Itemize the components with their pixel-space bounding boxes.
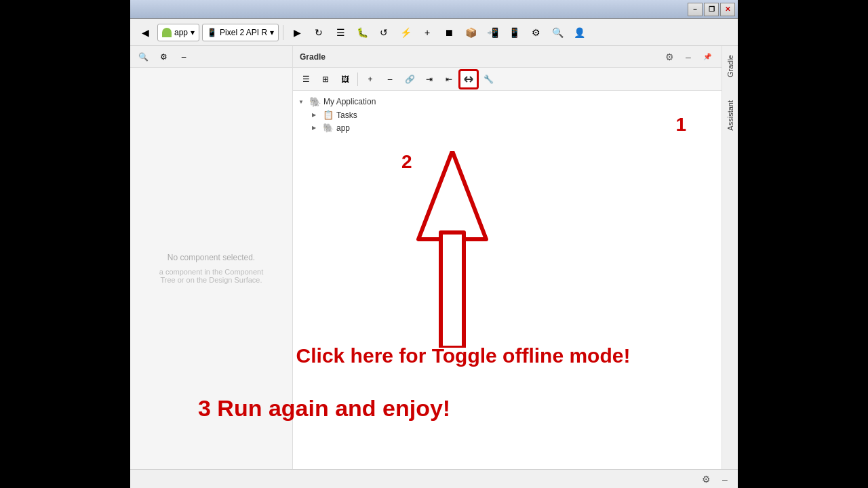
right-sidebar: Gradle Assistant xyxy=(722,46,738,469)
back-button[interactable]: ◀ xyxy=(136,23,155,42)
root-arrow-icon: ▼ xyxy=(298,99,307,105)
tasks-icon: 📋 xyxy=(323,110,334,120)
debug-button[interactable]: 🐛 xyxy=(353,23,372,42)
title-bar: – ❐ ✕ xyxy=(130,0,738,19)
gradle-add-button[interactable]: + xyxy=(361,70,379,88)
app-arrow-icon: ▶ xyxy=(312,125,320,131)
component-help-text: a component in the Component Tree or on … xyxy=(159,268,264,284)
left-panel-content: No component selected. a component in th… xyxy=(130,68,292,469)
sync-button[interactable]: ↻ xyxy=(309,23,328,42)
device-dropdown-label: Pixel 2 API R xyxy=(220,28,267,37)
gradle-pin-button[interactable]: 📌 xyxy=(700,49,715,64)
toggle-offline-icon xyxy=(463,74,474,85)
profile-button[interactable]: ⚡ xyxy=(396,23,415,42)
gradle-panel: Gradle ⚙ – 📌 ☰ ⊞ 🖼 + – 🔗 ⇥ ⇤ xyxy=(293,46,722,469)
sdk-manager-button[interactable]: 📦 xyxy=(461,23,480,42)
bottom-minimize-button[interactable]: – xyxy=(717,472,732,487)
gradle-tree: ▼ 🐘 My Application ▶ 📋 Tasks ▶ 🐘 app xyxy=(293,91,722,469)
ide-window: – ❐ ✕ ◀ app ▾ 📱 Pixel 2 API R ▾ ▶ ↻ ☰ 🐛 … xyxy=(130,0,738,488)
gradle-app-label: app xyxy=(336,123,350,133)
left-panel-toolbar: 🔍 ⚙ – xyxy=(130,46,292,68)
account-button[interactable]: 👤 xyxy=(570,23,589,42)
gradle-expand-button[interactable]: ⇥ xyxy=(420,70,438,88)
left-panel: 🔍 ⚙ – No component selected. a component… xyxy=(130,46,293,469)
tasks-arrow-icon: ▶ xyxy=(312,112,320,118)
gradle-list-view-button[interactable]: ☰ xyxy=(297,70,315,88)
android-icon xyxy=(162,28,172,37)
minimize-button[interactable]: – xyxy=(688,3,703,16)
main-content: 🔍 ⚙ – No component selected. a component… xyxy=(130,46,738,469)
gradle-toggle-offline-button[interactable] xyxy=(460,70,477,88)
gradle-header: Gradle ⚙ – 📌 xyxy=(293,46,722,68)
avd-manager-button[interactable]: 📲 xyxy=(483,23,502,42)
device-arrow-icon: ▾ xyxy=(270,28,274,37)
no-component-text: No component selected. xyxy=(167,253,255,262)
restore-button[interactable]: ❐ xyxy=(704,3,719,16)
gradle-collapse-button[interactable]: ⇤ xyxy=(440,70,458,88)
gradle-remove-button[interactable]: – xyxy=(381,70,399,88)
sidebar-tab-assistant[interactable]: Assistant xyxy=(723,94,738,137)
close-button[interactable]: ✕ xyxy=(720,3,735,16)
gradle-minimize-button[interactable]: – xyxy=(681,49,696,64)
dropdown-arrow-icon: ▾ xyxy=(191,28,195,37)
device-dropdown[interactable]: 📱 Pixel 2 API R ▾ xyxy=(202,24,279,41)
gradle-toolbar: ☰ ⊞ 🖼 + – 🔗 ⇥ ⇤ xyxy=(293,68,722,91)
gradle-detail-view-button[interactable]: ⊞ xyxy=(317,70,334,88)
title-bar-buttons: – ❐ ✕ xyxy=(688,3,735,16)
gradle-tasks-label: Tasks xyxy=(336,110,357,120)
refresh-button[interactable]: ↺ xyxy=(374,23,393,42)
toolbar-separator-1 xyxy=(283,25,283,40)
bottom-settings-button[interactable]: ⚙ xyxy=(698,472,713,487)
gradle-tree-app[interactable]: ▶ 🐘 app xyxy=(312,121,716,134)
gradle-title: Gradle xyxy=(300,52,658,62)
gradle-elephant-icon: 🐘 xyxy=(309,96,321,107)
gradle-settings-button[interactable]: ⚙ xyxy=(662,49,677,64)
main-toolbar: ◀ app ▾ 📱 Pixel 2 API R ▾ ▶ ↻ ☰ 🐛 ↺ ⚡ + … xyxy=(130,19,738,46)
gradle-root-label: My Application xyxy=(323,97,376,106)
list-button[interactable]: ☰ xyxy=(331,23,350,42)
settings-button-toolbar[interactable]: ⚙ xyxy=(526,23,545,42)
stop-button[interactable]: ⏹ xyxy=(439,23,458,42)
app-icon: 🐘 xyxy=(323,123,334,133)
gradle-tree-tasks[interactable]: ▶ 📋 Tasks xyxy=(312,108,716,121)
sidebar-tab-gradle[interactable]: Gradle xyxy=(723,49,738,83)
search-button-toolbar[interactable]: 🔍 xyxy=(548,23,567,42)
device-icon: 📱 xyxy=(207,28,217,37)
gradle-tree-root[interactable]: ▼ 🐘 My Application xyxy=(298,95,716,108)
left-settings-button[interactable]: ⚙ xyxy=(155,48,172,66)
gradle-link-button[interactable]: 🔗 xyxy=(401,70,418,88)
add-sdk-button[interactable]: + xyxy=(418,23,437,42)
left-minimize-button[interactable]: – xyxy=(175,48,193,66)
run-button[interactable]: ▶ xyxy=(288,23,307,42)
app-dropdown[interactable]: app ▾ xyxy=(157,24,199,41)
device-manager-button[interactable]: 📱 xyxy=(505,23,524,42)
left-search-button[interactable]: 🔍 xyxy=(134,48,152,66)
gradle-icon-view-button[interactable]: 🖼 xyxy=(336,70,354,88)
app-dropdown-label: app xyxy=(174,28,188,37)
gradle-toolbar-sep1 xyxy=(357,73,358,86)
gradle-wrench-button[interactable]: 🔧 xyxy=(479,70,497,88)
bottom-bar: ⚙ – xyxy=(130,469,738,488)
